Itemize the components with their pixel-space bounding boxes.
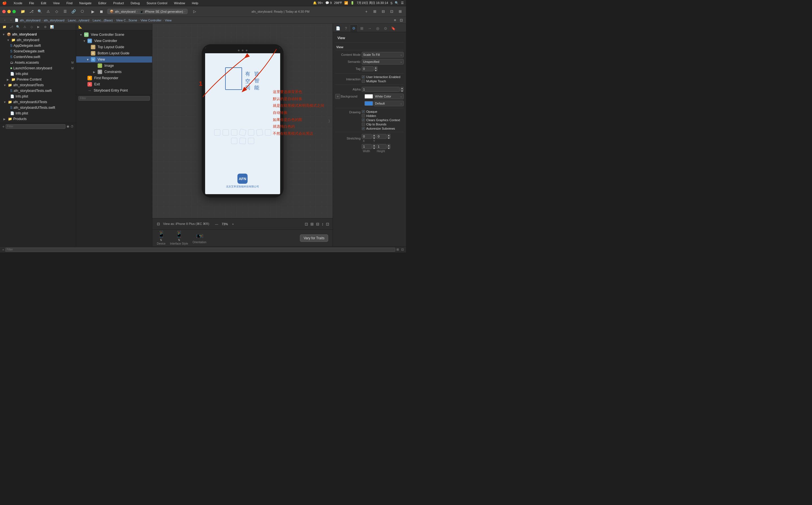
warning-btn[interactable]: ⚠ bbox=[44, 8, 52, 15]
stretch-w-stepper[interactable]: ▲ ▼ bbox=[372, 144, 376, 149]
structure-filter-input[interactable] bbox=[79, 96, 150, 101]
breadcrumb-afn[interactable]: afn_storyboard bbox=[20, 19, 40, 22]
canvas-main[interactable]: 有空间 皆智能 bbox=[152, 24, 333, 218]
stretch-y-stepper[interactable]: ▲ ▼ bbox=[387, 134, 390, 139]
layout-1[interactable]: ⊞ bbox=[371, 8, 378, 15]
file-item-contentview[interactable]: S ContentView.swift bbox=[0, 54, 76, 60]
multiple-touch-checkbox[interactable] bbox=[362, 79, 365, 83]
canvas-icon-5[interactable]: ⊡ bbox=[326, 222, 329, 226]
nav-test-icon[interactable]: ◇ bbox=[29, 24, 34, 30]
search-btn[interactable]: 🔍 bbox=[36, 8, 43, 15]
structure-entry[interactable]: → Storyboard Entry Point bbox=[76, 88, 152, 94]
alpha-step-down[interactable]: ▼ bbox=[400, 90, 403, 92]
menu-editor[interactable]: Editor bbox=[97, 1, 108, 5]
breadcrumb-vcscene[interactable]: View C...Scene bbox=[116, 19, 137, 22]
alpha-step-up[interactable]: ▲ bbox=[400, 87, 403, 90]
nav-debug-icon[interactable]: ▶ bbox=[35, 24, 41, 30]
content-mode-dropdown[interactable]: Scale To Fill ⌄ bbox=[362, 52, 404, 57]
git-btn[interactable]: ⎇ bbox=[28, 8, 35, 15]
file-item-scenedelegate[interactable]: S SceneDelegate.swift bbox=[0, 48, 76, 54]
menu-source-control[interactable]: Source Control bbox=[145, 1, 168, 5]
breadcrumb-launchbase[interactable]: Launc...(Base) bbox=[93, 19, 113, 22]
structure-vc[interactable]: ▼ VC View Controller bbox=[76, 38, 152, 44]
structure-first-responder[interactable]: R First Responder bbox=[76, 75, 152, 81]
file-item-uitests-plist[interactable]: 📄 Info.plist bbox=[0, 111, 76, 116]
autoresize-checkbox[interactable] bbox=[362, 127, 365, 130]
nav-search-icon[interactable]: 🔍 bbox=[15, 24, 21, 30]
scheme-selector[interactable]: 📦 afn_storyboard › 📱 iPhone SE (2nd gene… bbox=[107, 9, 188, 14]
nav-issue-icon[interactable]: ⚠ bbox=[22, 24, 28, 30]
file-item-tests[interactable]: ▼ 📁 afn_storyboardTests bbox=[0, 82, 76, 88]
orientation-selector[interactable]: 📱 Orientation bbox=[193, 232, 207, 244]
inspector-tab-bindings[interactable]: ◎ bbox=[373, 24, 381, 32]
canvas-icon-1[interactable]: ⊡ bbox=[305, 222, 308, 226]
menu-navigate[interactable]: Navigate bbox=[78, 1, 93, 5]
stretch-h-up[interactable]: ▲ bbox=[387, 144, 390, 147]
stretch-h-field[interactable]: 1 bbox=[376, 144, 386, 149]
file-item-root[interactable]: ▼ 📦 afn_storyboard bbox=[0, 31, 76, 37]
clip-bounds-checkbox[interactable] bbox=[362, 123, 365, 126]
interface-style-selector[interactable]: 📱 ⇅ Interface Style bbox=[170, 231, 188, 245]
file-item-infoplist[interactable]: 📄 Info.plist bbox=[0, 71, 76, 77]
forward-button[interactable]: › bbox=[8, 18, 14, 23]
bottom-add-icon[interactable]: + bbox=[2, 248, 4, 251]
background-plus-btn[interactable]: + bbox=[335, 94, 340, 99]
bg-default-dropdown[interactable]: Default ⌄ bbox=[373, 101, 404, 106]
menu-product[interactable]: Product bbox=[112, 1, 125, 5]
bg-default-swatch[interactable] bbox=[364, 101, 373, 106]
vary-traits-button[interactable]: Vary for Traits bbox=[300, 234, 328, 242]
alpha-field[interactable]: 1 bbox=[362, 87, 400, 92]
stretch-w-up[interactable]: ▲ bbox=[373, 144, 375, 147]
stretch-x-down[interactable]: ▼ bbox=[373, 137, 375, 139]
alpha-stepper[interactable]: ▲ ▼ bbox=[400, 87, 404, 92]
stretch-y-down[interactable]: ▼ bbox=[387, 137, 390, 139]
structure-exit[interactable]: X Exit bbox=[76, 81, 152, 88]
code-view-btn[interactable]: ≡ bbox=[392, 18, 397, 23]
nav-add-icon[interactable]: + bbox=[2, 124, 5, 129]
link-btn[interactable]: 🔗 bbox=[70, 8, 77, 15]
layout-4[interactable]: ⊞ bbox=[396, 8, 404, 15]
stretch-h-stepper[interactable]: ▲ ▼ bbox=[387, 144, 390, 149]
stretch-x-up[interactable]: ▲ bbox=[373, 134, 375, 137]
menu-view[interactable]: View bbox=[52, 1, 61, 5]
file-item-group-afn[interactable]: ▼ 📁 afn_storyboard bbox=[0, 37, 76, 43]
zoom-in-btn[interactable]: + bbox=[230, 221, 236, 227]
tag-stepper[interactable]: ▲ ▼ bbox=[374, 66, 377, 71]
breadcrumb-view[interactable]: View bbox=[165, 19, 171, 22]
stretch-w-field[interactable]: 1 bbox=[362, 144, 372, 149]
canvas-icon-4[interactable]: ↕ bbox=[322, 222, 324, 226]
tag-field[interactable]: 0 bbox=[362, 66, 373, 71]
minimize-button[interactable] bbox=[7, 10, 11, 13]
menu-edit[interactable]: Edit bbox=[40, 1, 47, 5]
stop-button[interactable]: ⏹ bbox=[98, 8, 105, 15]
breadcrumb-launch[interactable]: Launc...ryboard bbox=[68, 19, 89, 22]
filter-input[interactable] bbox=[6, 124, 66, 129]
inspector-tab-attributes[interactable]: ⚙ bbox=[350, 24, 358, 32]
play-btn[interactable]: ▷ bbox=[191, 8, 198, 15]
layout-2[interactable]: ⊟ bbox=[379, 8, 387, 15]
hierarchy-btn[interactable]: ☰ bbox=[62, 8, 69, 15]
expand-indicator[interactable]: ⟩ bbox=[328, 119, 330, 123]
breadcrumb-afn2[interactable]: afn_storyboard bbox=[44, 19, 64, 22]
canvas-icon-2[interactable]: ⊞ bbox=[310, 222, 314, 226]
siri-icon[interactable]: S bbox=[390, 1, 392, 5]
menu-window[interactable]: Window bbox=[173, 1, 186, 5]
inspector-tab-file[interactable]: 📄 bbox=[334, 24, 342, 32]
hidden-checkbox[interactable] bbox=[362, 114, 365, 118]
user-interaction-checkbox[interactable] bbox=[362, 75, 365, 78]
search-icon[interactable]: 🔍 bbox=[395, 1, 399, 5]
menu-xcode[interactable]: Xcode bbox=[12, 1, 23, 5]
structure-bot-guide[interactable]: B Bottom Layout Guide bbox=[76, 50, 152, 56]
bg-color-swatch[interactable] bbox=[364, 94, 373, 99]
breadcrumb-vc[interactable]: View Controller bbox=[140, 19, 161, 22]
stretch-h-down[interactable]: ▼ bbox=[387, 147, 390, 149]
file-item-uitests-swift[interactable]: S afn_storyboardUITests.swift bbox=[0, 105, 76, 111]
inspector-tab-quick[interactable]: ? bbox=[342, 24, 350, 32]
nav-breakpoint-icon[interactable]: ⊛ bbox=[42, 24, 48, 30]
inspector-tab-size[interactable]: ⊞ bbox=[358, 24, 366, 32]
file-item-appdelegate[interactable]: S AppDelegate.swift bbox=[0, 43, 76, 48]
stretch-y-up[interactable]: ▲ bbox=[387, 134, 390, 137]
storyboard-toggle[interactable]: ⊡ bbox=[156, 221, 161, 226]
back-button[interactable]: ‹ bbox=[2, 18, 7, 23]
add-btn[interactable]: ＋ bbox=[363, 8, 370, 15]
